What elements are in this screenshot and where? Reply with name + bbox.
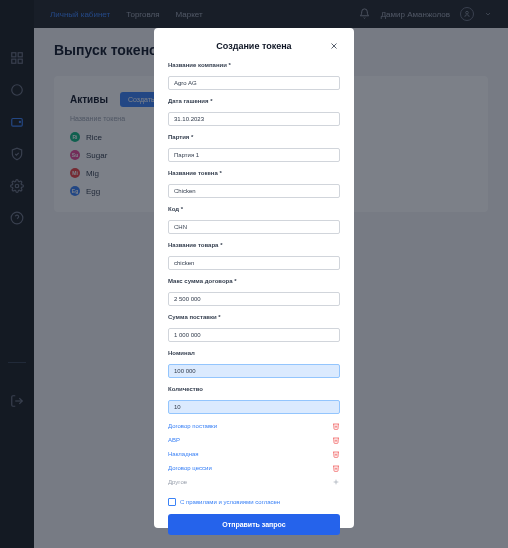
field-label: Сумма поставки * bbox=[168, 314, 340, 320]
field-input[interactable] bbox=[168, 112, 340, 126]
field-label: Код * bbox=[168, 206, 340, 212]
trash-icon[interactable] bbox=[332, 436, 340, 444]
field-input[interactable] bbox=[168, 256, 340, 270]
field-input[interactable] bbox=[168, 400, 340, 414]
field-group: Название товара * bbox=[168, 242, 340, 270]
field-label: Партия * bbox=[168, 134, 340, 140]
field-input[interactable] bbox=[168, 184, 340, 198]
field-input[interactable] bbox=[168, 220, 340, 234]
consent-checkbox[interactable] bbox=[168, 498, 176, 506]
trash-icon[interactable] bbox=[332, 464, 340, 472]
file-link-label: Другое bbox=[168, 479, 187, 485]
file-link-row[interactable]: АВР bbox=[168, 436, 340, 444]
field-label: Название токена * bbox=[168, 170, 340, 176]
field-group: Количество bbox=[168, 386, 340, 414]
field-group: Партия * bbox=[168, 134, 340, 162]
trash-icon[interactable] bbox=[332, 450, 340, 458]
file-link-row[interactable]: Накладная bbox=[168, 450, 340, 458]
file-link-label: Договор поставки bbox=[168, 423, 217, 429]
field-group: Код * bbox=[168, 206, 340, 234]
modal-overlay: Создание токена Название компании *Дата … bbox=[0, 0, 508, 548]
file-link-label: Договор цессии bbox=[168, 465, 212, 471]
field-group: Макс сумма договора * bbox=[168, 278, 340, 306]
field-label: Номинал bbox=[168, 350, 340, 356]
field-label: Количество bbox=[168, 386, 340, 392]
field-group: Название токена * bbox=[168, 170, 340, 198]
file-link-label: Накладная bbox=[168, 451, 199, 457]
plus-icon[interactable] bbox=[332, 478, 340, 486]
consent-label: С правилами и условиями согласен bbox=[180, 499, 280, 505]
field-group: Дата гашения * bbox=[168, 98, 340, 126]
trash-icon[interactable] bbox=[332, 422, 340, 430]
modal-fields: Название компании *Дата гашения *Партия … bbox=[168, 62, 340, 422]
modal-files: Договор поставкиАВРНакладнаяДоговор цесс… bbox=[168, 422, 340, 492]
field-label: Название компании * bbox=[168, 62, 340, 68]
field-label: Дата гашения * bbox=[168, 98, 340, 104]
field-group: Номинал bbox=[168, 350, 340, 378]
field-label: Макс сумма договора * bbox=[168, 278, 340, 284]
field-input[interactable] bbox=[168, 292, 340, 306]
field-input[interactable] bbox=[168, 76, 340, 90]
file-link-row[interactable]: Договор цессии bbox=[168, 464, 340, 472]
modal-title: Создание токена bbox=[180, 41, 328, 51]
file-link-row[interactable]: Договор поставки bbox=[168, 422, 340, 430]
close-icon[interactable] bbox=[328, 40, 340, 52]
field-group: Название компании * bbox=[168, 62, 340, 90]
field-input[interactable] bbox=[168, 364, 340, 378]
field-label: Название товара * bbox=[168, 242, 340, 248]
submit-button[interactable]: Отправить запрос bbox=[168, 514, 340, 535]
file-link-row[interactable]: Другое bbox=[168, 478, 340, 486]
field-group: Сумма поставки * bbox=[168, 314, 340, 342]
field-input[interactable] bbox=[168, 148, 340, 162]
modal: Создание токена Название компании *Дата … bbox=[154, 28, 354, 528]
file-link-label: АВР bbox=[168, 437, 180, 443]
consent-row[interactable]: С правилами и условиями согласен bbox=[168, 498, 340, 506]
field-input[interactable] bbox=[168, 328, 340, 342]
